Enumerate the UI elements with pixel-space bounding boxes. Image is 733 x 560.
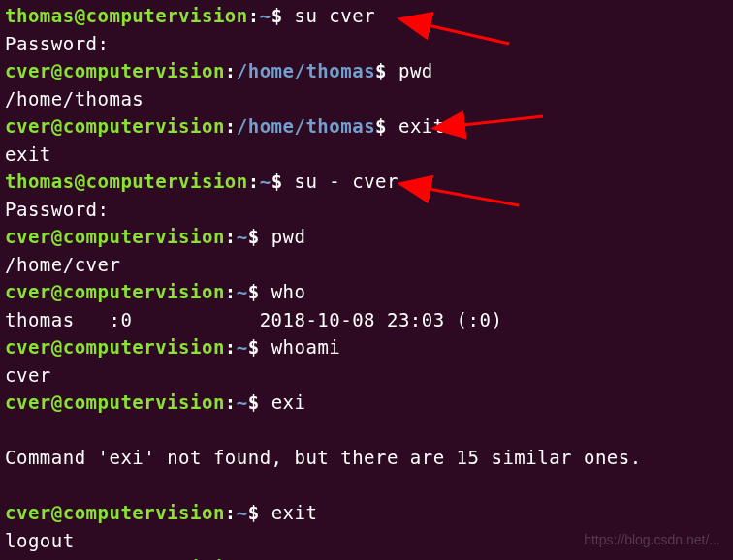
terminal-segment: cver@computervision [5, 391, 225, 413]
terminal-segment: $ [375, 115, 398, 137]
terminal-line: Password: [5, 196, 728, 224]
terminal-segment: : [248, 171, 260, 192]
terminal-segment: $ [248, 281, 271, 302]
terminal-segment: : [225, 336, 237, 358]
terminal-segment: thomas@computervision [5, 5, 248, 26]
terminal-segment: cver [5, 364, 51, 386]
terminal-segment: $ [271, 171, 295, 192]
terminal-segment: Password: [5, 199, 109, 220]
terminal-line: Command 'exi' not found, but there are 1… [5, 444, 728, 472]
terminal-line: cver@computervision:/home/thomas$ exit [5, 112, 728, 140]
terminal-segment: thomas@computervision [5, 171, 248, 192]
terminal-line: cver@computervision:~$ exit [5, 499, 728, 527]
terminal-line: cver [5, 361, 728, 389]
terminal-segment: : [248, 5, 260, 26]
terminal-segment: exi [271, 391, 306, 413]
terminal-line: thomas :0 2018-10-08 23:03 (:0) [5, 306, 728, 334]
terminal-segment: : [225, 60, 237, 81]
terminal-line: /home/thomas [5, 85, 728, 113]
terminal-line: /home/cver [5, 251, 728, 279]
terminal-segment: $ [271, 5, 295, 26]
terminal-segment: /home/thomas [237, 60, 375, 81]
terminal-segment: thomas :0 2018-10-08 23:03 (:0) [5, 309, 502, 330]
terminal-line: cver@computervision:~$ who [5, 278, 728, 306]
terminal-segment: logout [5, 530, 75, 551]
terminal-segment: /home/thomas [5, 88, 143, 109]
terminal-segment: Command 'exi' not found, but there are 1… [5, 447, 642, 468]
terminal-window[interactable]: thomas@computervision:~$ su cverPassword… [5, 2, 728, 558]
terminal-segment: su cver [295, 5, 376, 26]
terminal-segment: ~ [260, 5, 271, 26]
terminal-segment: ~ [237, 226, 248, 247]
terminal-segment: cver@computervision [5, 281, 225, 302]
terminal-segment: pwd [271, 226, 306, 247]
terminal-line: thomas@computervision:~$ su - cver [5, 168, 728, 196]
terminal-line [5, 417, 728, 445]
terminal-segment: Password: [5, 33, 109, 54]
terminal-segment: cver@computervision [5, 336, 225, 358]
terminal-segment: exit [271, 502, 318, 523]
terminal-segment: ~ [260, 171, 271, 192]
terminal-segment: $ [375, 60, 398, 81]
terminal-segment: $ [248, 502, 271, 523]
terminal-segment: cver@computervision [5, 60, 225, 81]
terminal-line: Password: [5, 30, 728, 58]
terminal-segment: ~ [237, 336, 248, 358]
terminal-line: cver@computervision:~$ pwd [5, 223, 728, 251]
terminal-segment: /home/thomas [237, 115, 375, 137]
terminal-segment: ~ [237, 502, 248, 523]
terminal-segment [5, 420, 16, 441]
terminal-segment: pwd [398, 60, 433, 81]
terminal-segment: ~ [237, 391, 248, 413]
terminal-segment [5, 475, 16, 496]
terminal-line: cver@computervision:/home/thomas$ pwd [5, 57, 728, 85]
terminal-segment: : [225, 502, 237, 523]
terminal-segment: cver@computervision [5, 502, 225, 523]
terminal-line: thomas@computervision:~$ pwd [5, 554, 728, 560]
terminal-segment: exit [398, 115, 445, 137]
terminal-segment: $ [248, 391, 271, 413]
terminal-line: thomas@computervision:~$ su cver [5, 2, 728, 30]
terminal-segment: su - cver [295, 171, 398, 192]
terminal-segment: who [271, 281, 306, 302]
terminal-segment: whoami [271, 336, 341, 358]
terminal-segment: $ [248, 226, 271, 247]
terminal-segment: exit [5, 143, 51, 165]
terminal-segment: cver@computervision [5, 226, 225, 247]
terminal-line [5, 472, 728, 500]
terminal-segment: : [225, 115, 237, 137]
terminal-output: thomas@computervision:~$ su cverPassword… [5, 2, 728, 560]
terminal-segment: : [225, 391, 237, 413]
terminal-segment: : [225, 226, 237, 247]
terminal-line: cver@computervision:~$ exi [5, 389, 728, 417]
terminal-segment: ~ [237, 281, 248, 302]
terminal-line: exit [5, 140, 728, 169]
terminal-segment: cver@computervision [5, 115, 225, 137]
terminal-segment: : [225, 281, 237, 302]
terminal-line: cver@computervision:~$ whoami [5, 333, 728, 361]
watermark-text: https://blog.csdn.net/... [584, 530, 720, 550]
terminal-segment: $ [248, 336, 271, 358]
terminal-segment: /home/cver [5, 254, 120, 275]
